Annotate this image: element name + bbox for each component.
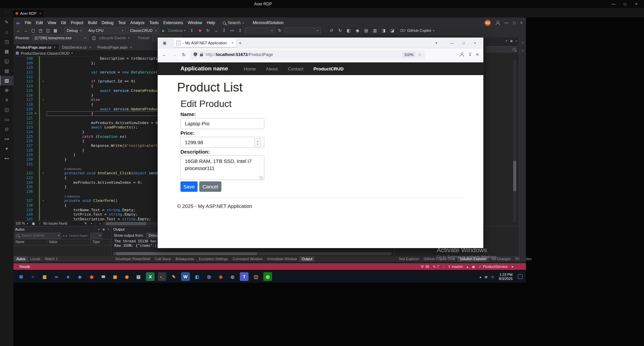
panel-tab-exception-settings[interactable]: Exception Settings <box>197 256 230 262</box>
home-icon[interactable]: ⌂ <box>0 27 13 37</box>
caret-down-status-item[interactable]: ▾ <box>512 265 513 269</box>
column-header-type[interactable]: Type <box>91 239 110 245</box>
site-brand[interactable]: Application name <box>180 65 228 72</box>
menu-build[interactable]: Build <box>86 19 99 27</box>
save-button[interactable]: Save <box>180 181 198 192</box>
rdp-session-tab[interactable]: Acer RDP × <box>12 9 45 17</box>
connections-icon[interactable]: ⊷ <box>0 154 13 163</box>
line-number[interactable]: 117 <box>13 98 36 102</box>
browser-tab[interactable]: - My ASP.NET Application × <box>174 39 236 47</box>
line-number[interactable]: 132 <box>13 171 36 176</box>
taskbar-edge[interactable]: e <box>64 272 72 281</box>
panel-tab-locals[interactable]: Locals <box>28 256 43 262</box>
notification-center-icon[interactable] <box>518 274 523 279</box>
pin-icon[interactable]: ◉ <box>102 228 105 231</box>
taskbar-word[interactable]: W <box>181 272 190 281</box>
edits-status-item[interactable]: ✎7 <box>433 265 439 269</box>
line-number[interactable]: 131 <box>13 162 36 167</box>
price-field[interactable] <box>180 137 264 148</box>
settings-gear-icon[interactable]: ⊙ <box>0 124 13 134</box>
column-header-value[interactable]: Value <box>47 239 91 245</box>
number-spinner[interactable]: ▴ ▾ <box>254 138 261 147</box>
taskbar-teams[interactable]: T <box>240 272 249 281</box>
taskbar-obs[interactable]: ◍ <box>228 272 237 281</box>
vs-minimize-button[interactable]: — <box>504 20 508 25</box>
menu-edit[interactable]: Edit <box>34 19 45 27</box>
window-menu-icon[interactable]: ▾ <box>98 228 100 231</box>
add-account-icon[interactable] <box>495 21 500 25</box>
step-into-icon[interactable]: ↧ <box>221 28 227 33</box>
forward-icon[interactable]: → <box>23 28 29 33</box>
fold-chevron-icon[interactable]: ▾ <box>40 171 47 176</box>
tools-icon[interactable]: ⊶ <box>0 134 13 144</box>
code-cleanup-icon[interactable]: ✎ <box>83 222 89 225</box>
nav-link-home[interactable]: Home <box>239 66 261 71</box>
menu-test[interactable]: Test <box>116 19 128 27</box>
codelens-references[interactable]: 1 reference <box>64 195 80 198</box>
extensions-icon[interactable]: ▦ <box>0 47 13 56</box>
close-panel-icon[interactable]: × <box>108 228 109 231</box>
taskbar-defender[interactable]: ◆ <box>75 272 84 281</box>
layout-icon[interactable]: ◨ <box>381 28 387 33</box>
platform-dropdown[interactable]: Any CPU▾ <box>86 27 126 34</box>
window-menu-icon[interactable]: ▾ <box>506 39 507 43</box>
taskbar-mail[interactable]: ✉ <box>99 272 108 281</box>
line-number[interactable]: 112 <box>13 75 36 79</box>
document-tab-DataService.cs[interactable]: DataService.cs× <box>59 44 95 50</box>
browser-maximize-button[interactable]: □ <box>458 41 469 45</box>
line-number[interactable]: 128 <box>13 148 36 153</box>
browser-close-button[interactable]: × <box>469 41 481 45</box>
chevron-down-icon[interactable]: ▾ <box>0 144 13 154</box>
panel-tab-command-window[interactable]: Command Window <box>230 256 265 262</box>
taskbar-remote-desktop[interactable]: ◫ <box>252 272 260 281</box>
output-horizontal-scrollbar[interactable] <box>113 252 391 255</box>
panel-tab-git-changes[interactable]: Git Changes <box>489 256 513 262</box>
save-icon[interactable]: ◫ <box>45 28 51 33</box>
keyboard-icon[interactable]: ▭ <box>0 115 13 124</box>
panel-tab-autos[interactable]: Autos <box>14 256 28 262</box>
watch-icon[interactable]: ◉ <box>355 28 361 33</box>
continue-play-icon[interactable]: ▶ <box>161 29 167 33</box>
line-number[interactable]: 110 <box>13 65 36 70</box>
menu-debug[interactable]: Debug <box>99 19 116 27</box>
line-number[interactable]: 115 <box>13 89 36 93</box>
close-panel-icon[interactable]: × <box>516 39 517 43</box>
line-number[interactable]: 114 <box>13 84 36 89</box>
issues-indicator[interactable]: No issues found <box>43 222 67 225</box>
search-back-icon[interactable]: ◂ <box>63 234 64 237</box>
line-number[interactable]: 136 <box>13 189 36 194</box>
panel-tab-github-copilot-chat[interactable]: GitHub Copilot Chat <box>421 256 457 262</box>
browser-minimize-button[interactable]: — <box>446 41 458 45</box>
firefox-view-icon[interactable]: ▣ <box>160 41 169 45</box>
nav-link-contact[interactable]: Contact <box>283 66 309 71</box>
taskbar-search-button[interactable]: ○ <box>29 272 37 281</box>
taskbar-paint[interactable]: ✎ <box>169 272 178 281</box>
feedback-icon[interactable]: ▣ <box>30 222 36 225</box>
edit-pencil-icon[interactable]: ✎ <box>0 17 13 27</box>
menu-lines-icon[interactable]: ≡ <box>0 95 13 105</box>
menu-tools[interactable]: Tools <box>147 19 161 27</box>
restart-icon[interactable]: ↻ <box>205 28 211 33</box>
memory-icon[interactable]: ▥ <box>372 28 378 33</box>
line-number[interactable]: 133 <box>13 176 36 180</box>
line-number[interactable]: 124 <box>13 130 36 134</box>
network-icon[interactable]: ◍ <box>485 275 488 279</box>
debug-target-dropdown[interactable]: ▾ <box>245 27 275 34</box>
line-number[interactable]: 125 <box>13 134 36 139</box>
startup-project-dropdown[interactable]: ClassicCRUD▾ <box>127 27 159 34</box>
fold-chevron-icon[interactable]: ▾ <box>40 98 47 102</box>
vs-search-control[interactable]: Search ▾ <box>223 20 244 25</box>
stop-icon[interactable]: ■ <box>197 28 203 33</box>
refresh-icon[interactable]: ↻ <box>277 28 283 33</box>
lifecycle-events-button[interactable]: Lifecycle Events <box>99 36 126 40</box>
rdp-close-button[interactable]: × <box>631 2 642 6</box>
taskbar-clock[interactable]: 1:23 PM 8/3/2025 <box>499 273 513 281</box>
zoom-level-badge[interactable]: 110% <box>402 52 415 57</box>
asterisk-icon[interactable]: ⊛ <box>0 85 13 95</box>
pin-icon[interactable]: ▣ <box>510 39 513 43</box>
panel-tab-developer-powershell[interactable]: Developer PowerShell <box>113 256 153 262</box>
nav-link-productcrud[interactable]: ProductCRUD <box>309 66 349 71</box>
save-all-icon[interactable]: ▦ <box>52 28 58 33</box>
fold-chevron-icon[interactable]: ▾ <box>40 79 47 84</box>
codelens-references[interactable]: 0 references <box>64 167 81 171</box>
